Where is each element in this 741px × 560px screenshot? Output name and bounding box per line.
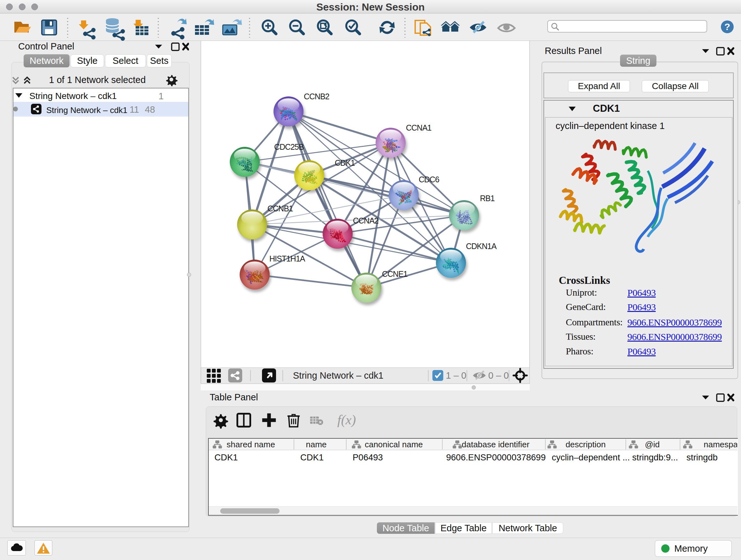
svg-text:CDC25B: CDC25B xyxy=(274,142,304,151)
svg-text:@id: @id xyxy=(645,440,660,449)
svg-text:0 – 0: 0 – 0 xyxy=(488,370,509,381)
svg-text:name: name xyxy=(306,440,327,449)
svg-text:database identifier: database identifier xyxy=(462,440,530,449)
svg-text:String Network – cdk1: String Network – cdk1 xyxy=(293,370,384,381)
svg-text:description: description xyxy=(565,440,606,449)
svg-text:CDK1: CDK1 xyxy=(335,159,355,167)
svg-text:HIST1H1A: HIST1H1A xyxy=(269,254,306,263)
svg-text:CCNB1: CCNB1 xyxy=(267,204,293,213)
svg-text:CDC6: CDC6 xyxy=(419,175,439,184)
svg-text:1 – 0: 1 – 0 xyxy=(446,370,467,381)
svg-text:RB1: RB1 xyxy=(480,194,495,203)
svg-text:CCNA1: CCNA1 xyxy=(406,123,431,132)
svg-text:CCNB2: CCNB2 xyxy=(304,92,329,101)
svg-text:CCNA2: CCNA2 xyxy=(353,216,379,225)
svg-text:shared name: shared name xyxy=(226,440,275,449)
svg-text:CDKN1A: CDKN1A xyxy=(466,242,497,251)
svg-text:namespace: namespace xyxy=(704,440,737,449)
svg-text:CCNE1: CCNE1 xyxy=(382,269,408,278)
svg-text:f(x): f(x) xyxy=(337,413,356,428)
svg-text:canonical name: canonical name xyxy=(365,440,423,449)
